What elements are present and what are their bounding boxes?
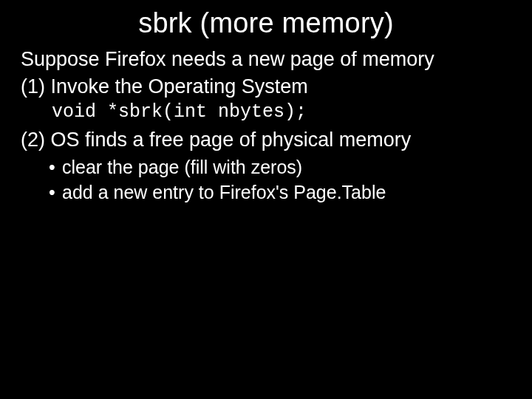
code-line: void *sbrk(int nbytes); — [52, 100, 511, 124]
step-1-line: (1) Invoke the Operating System — [21, 74, 511, 100]
intro-line: Suppose Firefox needs a new page of memo… — [21, 47, 511, 72]
list-item: • add a new entry to Firefox's Page.Tabl… — [49, 180, 511, 205]
bullet-icon: • — [49, 154, 62, 180]
bullet-list: • clear the page (fill with zeros) • add… — [49, 154, 511, 205]
step-2-line: (2) OS finds a free page of physical mem… — [21, 127, 511, 153]
slide-body: Suppose Firefox needs a new page of memo… — [21, 47, 511, 205]
bullet-text: clear the page (fill with zeros) — [62, 154, 302, 180]
slide-title: sbrk (more memory) — [21, 7, 511, 39]
list-item: • clear the page (fill with zeros) — [49, 154, 511, 180]
bullet-text: add a new entry to Firefox's Page.Table — [62, 180, 386, 205]
slide: sbrk (more memory) Suppose Firefox needs… — [0, 0, 532, 399]
bullet-icon: • — [49, 180, 62, 205]
